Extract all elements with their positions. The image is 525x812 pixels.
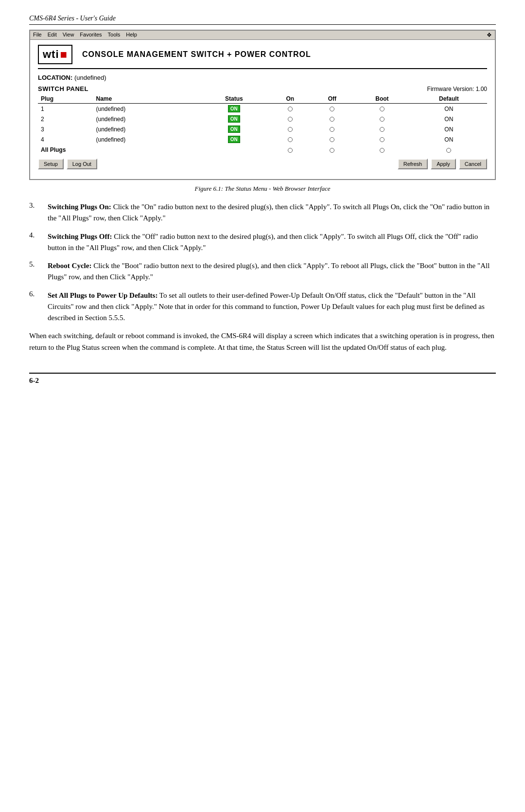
browser-menubar: File Edit View Favorites Tools Help ❖ [30,31,495,40]
col-default: Default [411,94,487,104]
setup-button[interactable]: Setup [38,159,64,169]
figure-caption: Figure 6.1: The Status Menu - Web Browse… [29,185,496,193]
numbered-item-3: 3. Switching Plugs On: Click the "On" ra… [29,201,496,224]
menu-edit[interactable]: Edit [48,32,57,38]
browser-winicon: ❖ [487,32,492,38]
col-status: Status [199,94,269,104]
plug-table: Plug Name Status On Off Boot Default 1 (… [38,94,487,155]
item-content-5: Reboot Cycle: Click the "Boot" radio but… [48,260,496,283]
col-on: On [269,94,311,104]
menu-help[interactable]: Help [126,32,137,38]
apply-button[interactable]: Apply [431,159,456,169]
col-plug: Plug [38,94,93,104]
page-header: CMS-6R4 Series - User's Guide [29,15,496,25]
location-row: LOCATION: (undefined) [38,74,487,81]
app-logo: wti■ [38,45,72,64]
table-row: 4 (undefined) ON ON [38,134,487,144]
item-content-3: Switching Plugs On: Click the "On" radio… [48,201,496,224]
numbered-item-4: 4. Switching Plugs Off: Click the "Off" … [29,231,496,254]
item-number-3: 3. [29,201,48,224]
switch-panel-label: SWITCH PANEL [38,85,88,92]
menu-view[interactable]: View [63,32,74,38]
closing-paragraph: When each switching, default or reboot c… [29,330,496,353]
item-number-6: 6. [29,290,48,324]
col-boot: Boot [353,94,410,104]
button-row: Setup Log Out Refresh Apply Cancel [38,159,487,169]
app-header: wti■ CONSOLE MANAGEMENT SWITCH + POWER C… [38,45,487,69]
numbered-item-6: 6. Set All Plugs to Power Up Defaults: T… [29,290,496,324]
item-content-6: Set All Plugs to Power Up Defaults: To s… [48,290,496,324]
numbered-item-5: 5. Reboot Cycle: Click the "Boot" radio … [29,260,496,283]
table-row: 1 (undefined) ON ON [38,104,487,114]
table-row: 2 (undefined) ON ON [38,114,487,124]
browser-content: wti■ CONSOLE MANAGEMENT SWITCH + POWER C… [30,40,495,179]
col-name: Name [93,94,198,104]
switch-panel-header: SWITCH PANEL Firmware Version: 1.00 [38,85,487,92]
menu-favorites[interactable]: Favorites [80,32,102,38]
all-plugs-row: All Plugs [38,144,487,155]
col-off: Off [311,94,354,104]
logout-button[interactable]: Log Out [67,159,97,169]
page-footer: 6-2 [29,373,496,385]
item-number-5: 5. [29,260,48,283]
item-content-4: Switching Plugs Off: Click the "Off" rad… [48,231,496,254]
table-row: 3 (undefined) ON ON [38,124,487,134]
firmware-label: Firmware Version: 1.00 [427,86,487,92]
menu-file[interactable]: File [33,32,42,38]
menu-tools[interactable]: Tools [108,32,121,38]
app-title: CONSOLE MANAGEMENT SWITCH + POWER CONTRO… [82,50,311,59]
item-number-4: 4. [29,231,48,254]
refresh-button[interactable]: Refresh [398,159,428,169]
cancel-button[interactable]: Cancel [459,159,487,169]
browser-window: File Edit View Favorites Tools Help ❖ wt… [29,30,496,180]
